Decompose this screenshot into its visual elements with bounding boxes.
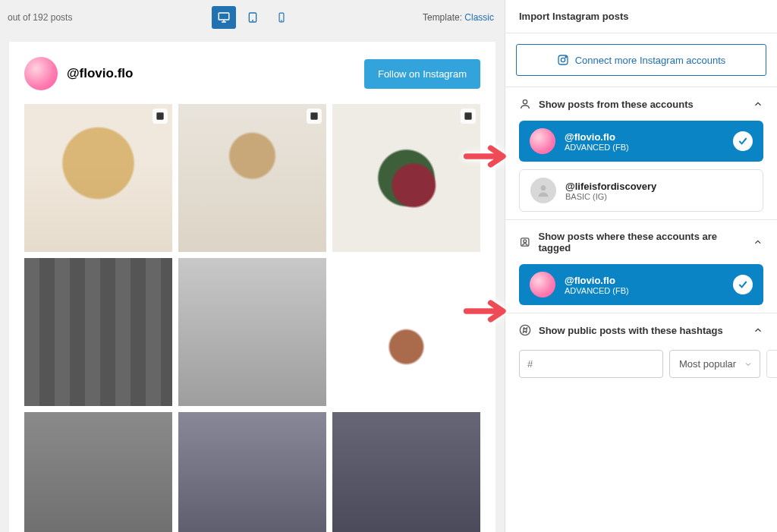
feed-header: @flovio.flo Follow on Instagram bbox=[24, 57, 480, 90]
section-accounts-header[interactable]: Show posts from these accounts bbox=[505, 87, 777, 121]
svg-point-4 bbox=[281, 20, 282, 20]
svg-point-7 bbox=[565, 57, 566, 58]
feed-tile[interactable] bbox=[178, 412, 326, 532]
account-handle: @flovio.flo bbox=[565, 275, 629, 286]
account-subtitle: ADVANCED (FB) bbox=[565, 143, 629, 152]
tablet-icon bbox=[247, 11, 259, 24]
hashtag-input[interactable] bbox=[519, 350, 663, 378]
section-accounts: Show posts from these accounts @flovio.f… bbox=[505, 87, 777, 219]
mobile-icon bbox=[276, 12, 287, 23]
device-desktop-button[interactable] bbox=[212, 6, 236, 29]
account-avatar bbox=[530, 272, 555, 297]
section-hashtags-header[interactable]: Show public posts with these hashtags bbox=[505, 313, 777, 347]
account-handle: @lifeisfordiscovery bbox=[565, 181, 656, 192]
svg-rect-0 bbox=[219, 13, 229, 20]
section-hashtags: Show public posts with these hashtags Mo… bbox=[505, 313, 777, 389]
svg-point-12 bbox=[520, 325, 530, 335]
hashtag-add-button[interactable]: Add bbox=[766, 350, 777, 378]
chevron-up-icon bbox=[753, 99, 763, 109]
feed-profile[interactable]: @flovio.flo bbox=[24, 57, 133, 90]
reel-icon bbox=[461, 109, 476, 124]
feed-grid bbox=[24, 104, 480, 532]
svg-point-2 bbox=[252, 20, 253, 20]
tag-icon bbox=[519, 236, 531, 248]
account-handle: @flovio.flo bbox=[565, 131, 629, 143]
feed-tile[interactable] bbox=[24, 258, 172, 406]
reel-icon bbox=[307, 109, 322, 124]
annotation-arrow-icon bbox=[463, 296, 511, 326]
account-subtitle: BASIC (IG) bbox=[565, 192, 656, 201]
section-tagged-title: Show posts where these accounts are tagg… bbox=[539, 231, 746, 253]
settings-sidebar: Import Instagram posts Connect more Inst… bbox=[505, 0, 777, 532]
svg-point-9 bbox=[541, 185, 546, 190]
account-avatar bbox=[530, 128, 555, 154]
section-accounts-title: Show posts from these accounts bbox=[539, 99, 694, 110]
template-link[interactable]: Classic bbox=[464, 12, 494, 23]
device-tablet-button[interactable] bbox=[241, 6, 265, 29]
svg-point-6 bbox=[561, 58, 565, 61]
feed-tile[interactable] bbox=[24, 412, 172, 532]
svg-point-8 bbox=[523, 100, 527, 104]
annotation-arrow-icon bbox=[463, 141, 511, 172]
user-icon bbox=[519, 98, 531, 110]
account-card[interactable]: @flovio.flo ADVANCED (FB) bbox=[519, 121, 763, 162]
hashtag-icon bbox=[519, 324, 531, 336]
feed-tile[interactable] bbox=[332, 258, 480, 406]
feed-preview: @flovio.flo Follow on Instagram Load Mor… bbox=[9, 42, 495, 532]
feed-tile[interactable] bbox=[332, 412, 480, 532]
account-card[interactable]: @lifeisfordiscovery BASIC (IG) bbox=[519, 169, 763, 212]
chevron-up-icon bbox=[753, 325, 763, 335]
sidebar-title: Import Instagram posts bbox=[505, 0, 777, 33]
account-subtitle: ADVANCED (FB) bbox=[565, 286, 629, 295]
desktop-icon bbox=[217, 11, 231, 24]
preview-pane: out of 192 posts Template: Classic @flov… bbox=[0, 0, 505, 532]
template-label: Template: bbox=[423, 12, 462, 23]
reel-icon bbox=[153, 109, 168, 124]
check-icon bbox=[733, 275, 753, 294]
section-hashtags-title: Show public posts with these hashtags bbox=[539, 325, 723, 336]
post-count-label: out of 192 posts bbox=[8, 12, 72, 23]
section-tagged: Show posts where these accounts are tagg… bbox=[505, 219, 777, 313]
profile-avatar bbox=[24, 57, 58, 90]
hashtag-sort-select[interactable]: Most popular bbox=[669, 350, 760, 378]
feed-tile[interactable] bbox=[178, 258, 326, 406]
account-avatar bbox=[530, 178, 556, 203]
account-card[interactable]: @flovio.flo ADVANCED (FB) bbox=[519, 264, 763, 305]
feed-tile[interactable] bbox=[178, 104, 326, 252]
connect-accounts-button[interactable]: Connect more Instagram accounts bbox=[516, 44, 766, 76]
instagram-icon bbox=[557, 54, 569, 66]
follow-button[interactable]: Follow on Instagram bbox=[364, 59, 480, 89]
profile-handle: @flovio.flo bbox=[67, 66, 133, 81]
feed-tile[interactable] bbox=[24, 104, 172, 252]
section-tagged-header[interactable]: Show posts where these accounts are tagg… bbox=[505, 220, 777, 264]
chevron-up-icon bbox=[753, 237, 763, 247]
feed-tile[interactable] bbox=[332, 104, 480, 252]
connect-accounts-label: Connect more Instagram accounts bbox=[575, 55, 726, 66]
device-mobile-button[interactable] bbox=[269, 6, 294, 29]
check-icon bbox=[733, 131, 753, 151]
preview-top-bar: out of 192 posts Template: Classic bbox=[0, 0, 505, 34]
template-indicator: Template: Classic bbox=[423, 12, 494, 23]
svg-point-11 bbox=[524, 240, 527, 243]
device-switcher bbox=[212, 6, 294, 29]
